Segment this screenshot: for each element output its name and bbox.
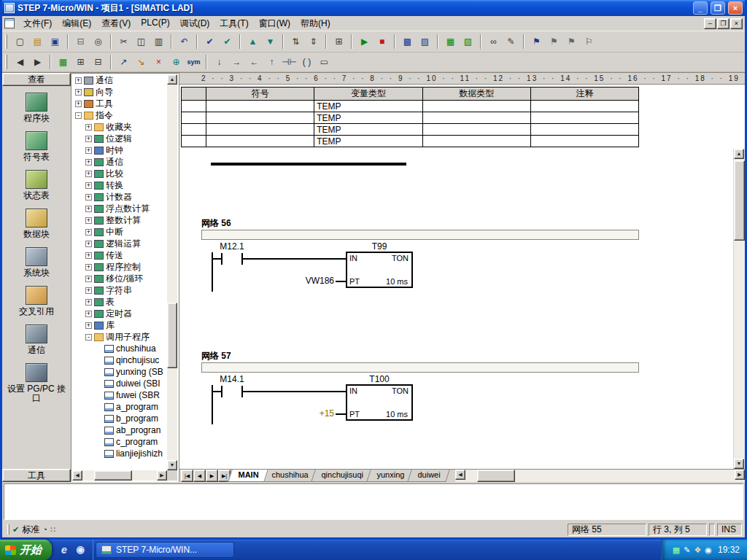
sidebar-item-system-block[interactable]: 系统块 — [2, 244, 71, 282]
row-selector-header[interactable] — [182, 88, 206, 101]
output-window[interactable] — [4, 483, 743, 520]
tree-item-libraries[interactable]: + 库 — [72, 319, 167, 331]
tree-expander-icon[interactable]: + — [85, 229, 92, 236]
download-icon[interactable]: ▼ — [262, 34, 279, 50]
column-header[interactable]: 注释 — [530, 88, 638, 101]
row-selector[interactable] — [182, 124, 206, 136]
tree-expander-icon[interactable]: + — [85, 276, 92, 282]
var-type-cell[interactable]: TEMP — [314, 124, 422, 136]
tree-expander-icon[interactable]: + — [85, 252, 92, 259]
tree-item-integer-math[interactable]: + 整数计算 — [72, 214, 167, 226]
tree-item-qinchujisuc[interactable]: qinchujisuc — [72, 354, 167, 366]
tree-expander-icon[interactable]: + — [85, 147, 92, 154]
table-row[interactable]: TEMP — [182, 136, 639, 147]
table-row[interactable]: TEMP — [182, 101, 639, 112]
insert-branch-down-icon[interactable]: ↘ — [133, 54, 150, 70]
tab-scroll-button[interactable]: ▶ — [206, 470, 218, 482]
tree-item-tools[interactable]: + 工具 — [72, 98, 167, 109]
tree-expander-icon[interactable]: - — [85, 334, 92, 341]
tab-duiwei[interactable]: duiwei — [407, 470, 450, 482]
sidebar-item-data-block[interactable]: 数据块 — [2, 205, 71, 244]
scroll-thumb[interactable] — [734, 160, 745, 241]
tree-expander-icon[interactable]: + — [75, 89, 82, 96]
comment-cell[interactable] — [530, 112, 638, 124]
tree-vertical-scrollbar[interactable]: ▲ ▼ — [167, 74, 177, 470]
row-selector[interactable] — [182, 101, 206, 112]
tree-expander-icon[interactable]: + — [85, 136, 92, 142]
toggle-bookmark-icon[interactable]: ⚑ — [528, 34, 545, 50]
insert-row-icon[interactable]: ⊞ — [72, 54, 89, 70]
tree-item-communications-group[interactable]: + 通信 — [72, 156, 167, 168]
tree-item-table[interactable]: + 表 — [72, 296, 167, 308]
standard-toolbar-chip[interactable]: ✔ 标准 ◔ ∷ — [5, 523, 58, 536]
tree-expander-icon[interactable]: + — [85, 159, 92, 166]
scroll-left-icon[interactable]: ◀ — [455, 470, 465, 480]
menu-item[interactable]: 文件(F) — [18, 16, 57, 31]
tree-item-b-program[interactable]: b_program — [72, 413, 167, 424]
tree-horizontal-scrollbar[interactable]: ◀ ▶ — [72, 470, 167, 481]
next-bookmark-icon[interactable]: ⚑ — [546, 34, 562, 50]
scroll-thumb[interactable] — [167, 303, 177, 368]
insert-coil-icon[interactable]: ( ) — [298, 54, 315, 70]
program-status-icon[interactable]: ▩ — [399, 34, 416, 50]
mdi-minimize-button[interactable]: – — [704, 18, 716, 29]
print-preview-icon[interactable]: ◎ — [90, 34, 107, 50]
contact-icon[interactable] — [221, 253, 222, 265]
tree-expander-icon[interactable]: + — [85, 206, 92, 212]
data-type-cell[interactable] — [422, 112, 530, 124]
scroll-right-icon[interactable]: ▶ — [735, 470, 745, 480]
delete-branch-icon[interactable]: × — [150, 54, 167, 70]
tree-item-communications[interactable]: + 通信 — [72, 74, 167, 86]
menu-item[interactable]: 查看(V) — [96, 16, 136, 31]
timer-operand[interactable]: T100 — [346, 374, 413, 384]
tree-item-instructions[interactable]: - 指令 — [72, 109, 167, 121]
cut-icon[interactable]: ✂ — [115, 34, 132, 50]
tree-item-floating-point-math[interactable]: + 浮点数计算 — [72, 203, 167, 214]
tree-item-duiwei[interactable]: duiwei (SBI — [72, 378, 167, 389]
compile-all-icon[interactable]: ✔ — [219, 34, 236, 50]
var-type-cell[interactable]: TEMP — [314, 101, 422, 112]
pt-operand[interactable]: VW186 — [292, 276, 334, 286]
tree-expander-icon[interactable]: + — [85, 194, 92, 201]
tree-expander-icon[interactable]: + — [85, 287, 92, 294]
ladder-network-56[interactable]: 网络 56 M12.1 T99 IN — [201, 217, 639, 297]
tree-item-compare[interactable]: + 比较 — [72, 168, 167, 179]
mdi-close-button[interactable]: × — [730, 18, 743, 29]
timer-box[interactable]: IN TON PT 10 ms — [346, 252, 413, 288]
tree-item-timers[interactable]: + 定时器 — [72, 308, 167, 319]
tree-expander-icon[interactable]: + — [85, 322, 92, 329]
insert-contact-icon[interactable]: ⊣⊢ — [281, 54, 298, 70]
scroll-track[interactable] — [465, 470, 735, 482]
scroll-left-icon[interactable]: ◀ — [72, 470, 82, 481]
sidebar-item-cross-reference[interactable]: 交叉引用 — [2, 282, 71, 321]
scroll-track[interactable] — [82, 470, 157, 481]
insert-box-icon[interactable]: ▭ — [316, 54, 333, 70]
tab-scroll-button[interactable]: ◀ — [193, 470, 206, 482]
row-selector[interactable] — [182, 136, 206, 147]
scroll-up-icon[interactable]: ▲ — [734, 149, 744, 159]
tree-expander-icon[interactable]: + — [85, 264, 92, 271]
minimize-button[interactable]: _ — [693, 1, 708, 15]
pause-chart-status-icon[interactable]: ▧ — [460, 34, 476, 50]
internet-explorer-icon[interactable]: e — [58, 543, 71, 556]
sidebar-item-set-pg-pc-interface[interactable]: 设置 PG/PC 接口 — [2, 359, 71, 408]
write-values-icon[interactable]: ✎ — [503, 34, 519, 50]
tree-expander-icon[interactable]: + — [75, 101, 82, 107]
tab-qinchujisuqi[interactable]: qinchujisuqi — [311, 470, 374, 482]
line-left-icon[interactable]: ← — [246, 54, 263, 70]
mdi-document-icon[interactable] — [4, 18, 15, 28]
view-bar-button[interactable]: 查看 — [2, 73, 71, 86]
restore-button[interactable]: ❐ — [711, 1, 725, 15]
tree-expander-icon[interactable]: + — [85, 182, 92, 189]
line-right-icon[interactable]: → — [228, 54, 245, 70]
tree-item-shift-rotate[interactable]: + 移位/循环 — [72, 273, 167, 284]
stop-icon[interactable]: ■ — [374, 34, 390, 50]
tree-expander-icon[interactable]: + — [85, 124, 92, 131]
network-comment-box[interactable] — [201, 230, 639, 240]
tree-item-a-program[interactable]: a_program — [72, 401, 167, 413]
sort-ascending-icon[interactable]: ⇅ — [287, 34, 304, 50]
titlebar[interactable]: STEP 7-Micro/WIN - 项目1 - [SIMATIC LAD] _… — [2, 0, 745, 16]
symbol-cell[interactable] — [206, 136, 314, 147]
tab-scroll-button[interactable]: |◀ — [181, 470, 193, 482]
tree-item-wizards[interactable]: + 向导 — [72, 86, 167, 98]
